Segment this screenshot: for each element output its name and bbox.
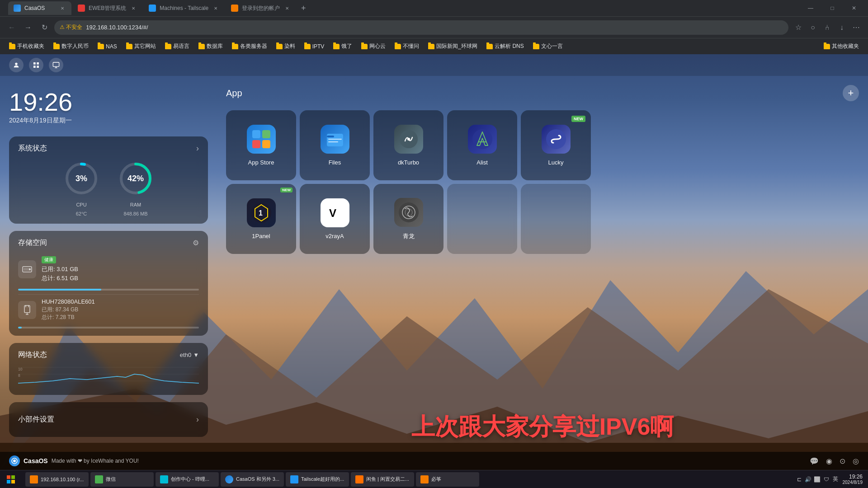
- apps-grid-button[interactable]: [29, 58, 43, 72]
- settings-dots-button[interactable]: ⋯: [850, 21, 863, 34]
- download-button[interactable]: ↓: [835, 21, 848, 34]
- pizza-taskbar-icon: [420, 475, 429, 483]
- app-card-v2raya[interactable]: V v2rayA: [300, 184, 370, 254]
- bookmark-dns[interactable]: 云解析 DNS: [483, 41, 528, 52]
- add-app-button[interactable]: +: [843, 85, 859, 101]
- tab-casaos-close[interactable]: ✕: [59, 5, 66, 12]
- taskbar-clock[interactable]: 19:26 2024/8/19: [843, 474, 863, 485]
- taskbar-item-explorer[interactable]: 192.168.10.100 (r...: [25, 472, 89, 487]
- taskbar-item-label-1: 微信: [106, 476, 116, 483]
- bookmark-ask[interactable]: 不懂问: [391, 41, 423, 52]
- network-interface-select[interactable]: eth0 ▼: [180, 352, 199, 358]
- svg-point-47: [13, 460, 16, 462]
- app-card-alist[interactable]: Alist: [447, 110, 517, 180]
- start-button[interactable]: [0, 470, 22, 488]
- user-button[interactable]: [9, 58, 24, 72]
- address-bar: ← → ↻ ⚠ 不安全 192.168.10.100:1234/#/ ☆ ○ ⑃…: [0, 16, 868, 38]
- disk-icon-2: [18, 301, 36, 319]
- casaos-tagline: Made with ❤ by IceWhale and YOU!: [52, 458, 139, 464]
- tab-casaos[interactable]: CasaOS ✕: [8, 1, 71, 15]
- bookmark-servers[interactable]: 各类服务器: [228, 41, 271, 52]
- extensions-button[interactable]: ⑃: [821, 21, 834, 34]
- widget-settings-card[interactable]: 小部件设置 ›: [9, 402, 208, 437]
- forward-button[interactable]: →: [22, 21, 34, 34]
- taskbar-item-pizza[interactable]: 必筝: [416, 472, 479, 487]
- bookmark-wangxinyun[interactable]: 网心云: [358, 41, 389, 52]
- tray-lang-icon[interactable]: 英: [832, 476, 839, 483]
- chat-icon[interactable]: 💬: [810, 457, 819, 465]
- casaos-favicon: [14, 5, 21, 12]
- tab-tailscale-close[interactable]: ✕: [212, 5, 219, 12]
- bookmark-nas[interactable]: NAS: [94, 42, 121, 52]
- bookmark-dye[interactable]: 染料: [273, 41, 299, 52]
- lucky-name: Lucky: [548, 159, 564, 166]
- bookmarks-bar: 手机收藏夹 数字人民币 NAS 其它网站 易语言 数据库 各类服务器 染料: [0, 38, 868, 54]
- url-bar[interactable]: ⚠ 不安全 192.168.10.100:1234/#/: [54, 20, 788, 35]
- eweb-favicon: [78, 5, 85, 12]
- monitor-button[interactable]: [49, 58, 63, 72]
- folder-icon: [53, 44, 60, 49]
- tab-microsoft[interactable]: 登录到您的帐户 ✕: [226, 1, 296, 15]
- bookmark-other-favs[interactable]: 其他收藏夹: [820, 41, 863, 52]
- tab-eweb[interactable]: EWEB管理系统 ✕: [72, 1, 142, 15]
- widget-settings-arrow-icon: ›: [196, 415, 199, 424]
- explorer-taskbar-icon: [30, 475, 38, 483]
- bookmark-wenxin[interactable]: 文心一言: [529, 41, 566, 52]
- bookmark-database[interactable]: 数据库: [195, 41, 226, 52]
- app-card-dkturbo[interactable]: dkTurbo: [373, 110, 443, 180]
- discord-icon[interactable]: ◉: [826, 457, 832, 465]
- bookmark-other-sites[interactable]: 其它网站: [123, 41, 160, 52]
- taskbar-item-xianyu[interactable]: 闲鱼 | 闲置交易二...: [351, 472, 414, 487]
- maximize-button[interactable]: □: [822, 0, 843, 16]
- qinglong-name: 青龙: [403, 232, 415, 240]
- widget-settings-btn[interactable]: 小部件设置 ›: [18, 409, 199, 430]
- bookmark-yiyuyan[interactable]: 易语言: [161, 41, 193, 52]
- storage-gear-icon[interactable]: ⚙: [193, 239, 199, 247]
- taskbar-time: 19:26: [843, 474, 863, 480]
- profile-button[interactable]: ○: [807, 21, 819, 34]
- tray-network-icon[interactable]: ⊏: [796, 476, 803, 483]
- app-card-qinglong[interactable]: 青龙: [373, 184, 443, 254]
- bookmark-intl-news[interactable]: 国际新闻_环球网: [425, 41, 481, 52]
- tab-microsoft-close[interactable]: ✕: [283, 5, 291, 12]
- folder-icon: [165, 44, 171, 49]
- chevron-down-icon: ▼: [193, 352, 199, 358]
- bookmark-hungry[interactable]: 饿了: [330, 41, 356, 52]
- folder-icon: [486, 44, 493, 49]
- tray-battery-icon[interactable]: ⬜: [814, 476, 821, 483]
- app-card-lucky[interactable]: NEW Lucky: [521, 110, 591, 180]
- tab-tailscale[interactable]: Machines - Tailscale ✕: [143, 1, 225, 15]
- new-tab-button[interactable]: +: [297, 2, 310, 14]
- bookmark-digital-rmb[interactable]: 数字人民币: [50, 41, 92, 52]
- close-button[interactable]: ✕: [844, 0, 864, 16]
- gauges-container: 3% CPU 62°C 42%: [18, 160, 199, 216]
- bookmark-phone[interactable]: 手机收藏夹: [5, 41, 48, 52]
- dkturbo-icon: [394, 125, 423, 154]
- taskbar-item-bilibili[interactable]: 创作中心 - 哔哩...: [156, 472, 219, 487]
- tab-eweb-close[interactable]: ✕: [130, 5, 137, 12]
- casaos-logo: CasaOS: [9, 455, 48, 466]
- app-card-1panel[interactable]: NEW 1 1Panel: [226, 184, 296, 254]
- app-card-files[interactable]: Files: [300, 110, 370, 180]
- star-button[interactable]: ☆: [792, 21, 805, 34]
- taskbar-item-tailscale[interactable]: Tailscale超好用的...: [286, 472, 349, 487]
- refresh-button[interactable]: ↻: [38, 21, 51, 34]
- taskbar-item-casaos[interactable]: CasaOS 和另外 3...: [221, 472, 284, 487]
- rss-icon[interactable]: ◎: [853, 457, 859, 465]
- github-icon[interactable]: ⊙: [840, 457, 845, 465]
- bookmark-iptv[interactable]: IPTV: [301, 42, 328, 52]
- app-grid: App Store Files: [226, 110, 859, 254]
- v2raya-icon: V: [321, 198, 349, 227]
- system-status-arrow[interactable]: ›: [196, 144, 199, 153]
- svg-rect-8: [37, 66, 39, 68]
- tray-volume-icon[interactable]: 🔊: [805, 476, 812, 483]
- back-button[interactable]: ←: [5, 21, 18, 34]
- left-panel: 19:26 2024年8月19日星期一 系统状态 › 3%: [0, 76, 217, 475]
- taskbar-item-wechat[interactable]: 微信: [90, 472, 154, 487]
- tailscale-favicon: [149, 5, 156, 12]
- app-card-appstore[interactable]: App Store: [226, 110, 296, 180]
- files-icon: [321, 125, 349, 154]
- taskbar-right: ⊏ 🔊 ⬜ 🛡 英 19:26 2024/8/19: [796, 474, 868, 485]
- tray-antivirus-icon[interactable]: 🛡: [823, 476, 830, 483]
- minimize-button[interactable]: —: [800, 0, 821, 16]
